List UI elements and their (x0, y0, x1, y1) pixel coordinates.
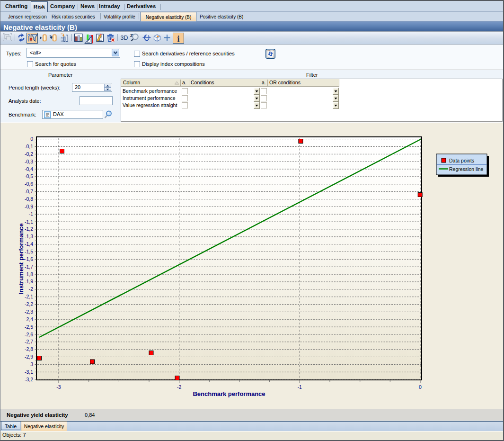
svg-text:0: 0 (419, 384, 422, 390)
svg-text:-2: -2 (29, 286, 33, 292)
svg-text:-2,7: -2,7 (25, 339, 33, 344)
svg-text:-3,1: -3,1 (25, 369, 33, 375)
svg-text:-1,3: -1,3 (25, 234, 33, 239)
svg-text:-1,2: -1,2 (25, 226, 33, 232)
svg-text:-1: -1 (29, 211, 33, 217)
svg-text:-2,6: -2,6 (25, 332, 33, 337)
svg-text:-1,8: -1,8 (25, 271, 33, 277)
svg-text:-0,5: -0,5 (25, 173, 33, 179)
svg-text:-2,3: -2,3 (25, 309, 33, 315)
svg-text:-1,9: -1,9 (25, 279, 33, 284)
svg-text:-2: -2 (177, 384, 181, 390)
svg-text:0: 0 (30, 136, 33, 142)
svg-text:-1,5: -1,5 (25, 249, 33, 254)
svg-text:-2,9: -2,9 (25, 354, 33, 360)
svg-text:-1,6: -1,6 (25, 256, 33, 262)
svg-text:-0,7: -0,7 (25, 189, 33, 194)
svg-text:i: i (177, 34, 179, 44)
svg-text:-2,2: -2,2 (25, 301, 33, 307)
svg-text:-0,9: -0,9 (25, 204, 33, 209)
svg-text:-0,4: -0,4 (25, 166, 33, 172)
svg-text:Data points: Data points (449, 158, 474, 163)
svg-text:-1: -1 (298, 384, 302, 390)
svg-text:-1,4: -1,4 (25, 241, 33, 247)
svg-text:-1,1: -1,1 (25, 219, 33, 225)
svg-text:-0,2: -0,2 (25, 151, 33, 157)
svg-text:-2,8: -2,8 (25, 346, 33, 352)
svg-text:-3: -3 (56, 384, 61, 390)
svg-text:-0,3: -0,3 (25, 159, 33, 164)
svg-text:Regression line: Regression line (449, 166, 484, 172)
svg-text:3D: 3D (121, 35, 128, 41)
svg-text:Instrument performance: Instrument performance (18, 223, 25, 294)
svg-text:-0,8: -0,8 (25, 196, 33, 202)
svg-text:-0,6: -0,6 (25, 181, 33, 187)
svg-text:-3: -3 (29, 361, 33, 367)
svg-text:-3,2: -3,2 (25, 377, 33, 382)
svg-text:Benchmark performance: Benchmark performance (193, 390, 265, 397)
svg-text:-0,1: -0,1 (25, 144, 33, 149)
svg-text:-2,1: -2,1 (25, 294, 33, 299)
svg-text:-2,5: -2,5 (25, 324, 33, 330)
svg-text:-2,4: -2,4 (25, 316, 33, 322)
svg-text:-1,7: -1,7 (25, 264, 33, 270)
